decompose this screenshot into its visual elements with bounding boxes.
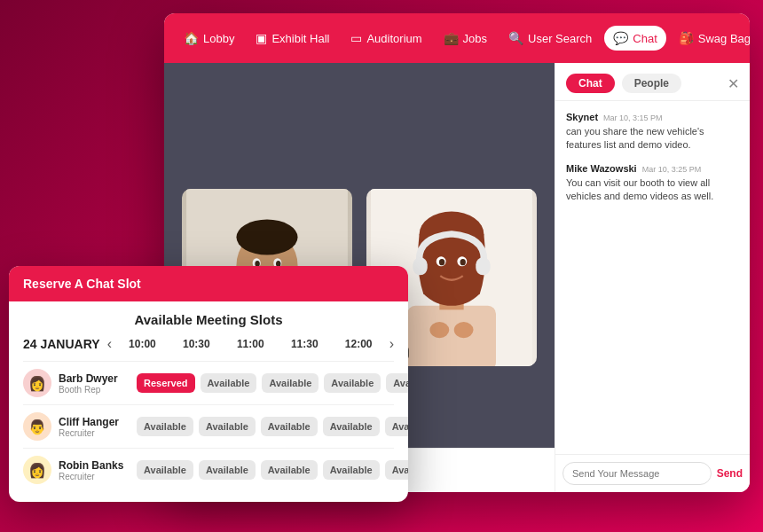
chat-panel-header: Chat People ✕	[555, 63, 750, 101]
avatar-robin: 👩	[23, 456, 51, 484]
svg-rect-21	[413, 257, 427, 275]
nav-bar: 🏠 Lobby ▣ Exhibit Hall ▭ Auditorium 💼 Jo…	[164, 13, 750, 63]
person-info-robin: Robin Banks Recruiter	[59, 459, 130, 481]
slot-cliff-1[interactable]: Available	[199, 417, 256, 436]
time-slot-headers: 10:00 10:30 11:00 11:30 12:00	[119, 338, 382, 350]
chat-icon: 💬	[613, 31, 628, 45]
slot-robin-0[interactable]: Available	[137, 460, 193, 480]
prev-arrow-button[interactable]: ‹	[107, 336, 112, 352]
person-info-cliff: Cliff Hanger Recruiter	[59, 416, 130, 438]
nav-item-swag-bag[interactable]: 🎒 Swag Bag	[670, 26, 750, 51]
slot-cliff-4[interactable]: Available	[385, 417, 408, 436]
slot-barb-1[interactable]: Available	[201, 373, 257, 393]
slot-robin-2[interactable]: Available	[261, 460, 318, 480]
slot-barb-3[interactable]: Available	[324, 373, 381, 393]
reserve-card: Reserve A Chat Slot Available Meeting Sl…	[9, 266, 408, 502]
slot-cliff-2[interactable]: Available	[261, 417, 318, 436]
time-3: 11:30	[285, 338, 324, 350]
chat-message-2: Mike Wazowski Mar 10, 3:25 PM You can vi…	[566, 163, 739, 204]
close-chat-button[interactable]: ✕	[728, 75, 739, 92]
slot-robin-1[interactable]: Available	[199, 460, 256, 480]
date-label: 24 JANUARY	[23, 337, 100, 351]
send-button[interactable]: Send	[717, 467, 743, 480]
chat-input-area: Send	[555, 454, 750, 492]
nav-item-lobby[interactable]: 🏠 Lobby	[175, 26, 243, 51]
slot-cliff-0[interactable]: Available	[137, 417, 193, 436]
svg-rect-17	[407, 306, 496, 366]
slot-barb-4[interactable]: Available	[386, 373, 408, 393]
person-row-0: 👩 Barb Dwyer Booth Rep Reserved Availabl…	[23, 361, 394, 404]
avatar-barb: 👩	[23, 369, 51, 397]
avatar-cliff: 👨	[23, 412, 51, 441]
people-tab[interactable]: People	[622, 74, 681, 93]
jobs-icon: 💼	[444, 31, 459, 45]
swag-bag-icon: 🎒	[679, 31, 694, 45]
slot-barb-0[interactable]: Reserved	[137, 373, 195, 393]
nav-item-exhibit-hall[interactable]: ▣ Exhibit Hall	[247, 26, 338, 51]
time-1: 10:30	[177, 338, 216, 350]
slots-title: Available Meeting Slots	[23, 312, 394, 327]
person-row-1: 👨 Cliff Hanger Recruiter Available Avail…	[23, 404, 394, 448]
search-icon: 🔍	[508, 31, 523, 45]
svg-point-28	[454, 322, 474, 338]
slot-buttons-robin: Available Available Available Available …	[137, 460, 408, 480]
next-arrow-button[interactable]: ›	[389, 336, 394, 352]
slot-robin-4[interactable]: Available	[385, 460, 408, 480]
nav-item-chat[interactable]: 💬 Chat	[604, 26, 665, 51]
person-info-barb: Barb Dwyer Booth Rep	[59, 372, 130, 395]
date-row: 24 JANUARY ‹ 10:00 10:30 11:00 11:30 12:…	[23, 336, 394, 352]
slot-buttons-barb: Reserved Available Available Available A…	[137, 373, 408, 393]
slot-barb-2[interactable]: Available	[262, 373, 319, 393]
nav-item-user-search[interactable]: 🔍 User Search	[499, 26, 601, 51]
time-0: 10:00	[122, 338, 161, 350]
reserve-card-body: Available Meeting Slots 24 JANUARY ‹ 10:…	[9, 301, 408, 502]
slot-robin-3[interactable]: Available	[323, 460, 380, 480]
chat-panel: Chat People ✕ Skynet Mar 10, 3:15 PM can…	[555, 63, 750, 492]
svg-point-26	[460, 259, 466, 265]
svg-point-25	[439, 259, 444, 265]
svg-point-8	[236, 220, 297, 255]
time-4: 12:00	[339, 338, 378, 350]
chat-messages: Skynet Mar 10, 3:15 PM can you share the…	[555, 101, 750, 454]
auditorium-icon: ▭	[350, 31, 362, 45]
home-icon: 🏠	[184, 31, 199, 45]
chat-message-1: Skynet Mar 10, 3:15 PM can you share the…	[566, 112, 739, 153]
nav-item-jobs[interactable]: 💼 Jobs	[435, 26, 496, 51]
svg-point-27	[429, 322, 449, 338]
slot-buttons-cliff: Available Available Available Available …	[137, 417, 408, 436]
svg-rect-22	[476, 257, 490, 275]
nav-item-auditorium[interactable]: ▭ Auditorium	[342, 26, 430, 51]
chat-tab[interactable]: Chat	[566, 74, 615, 93]
reserve-card-header: Reserve A Chat Slot	[9, 266, 408, 301]
person-row-2: 👩 Robin Banks Recruiter Available Availa…	[23, 448, 394, 491]
message-input[interactable]	[562, 462, 712, 485]
time-2: 11:00	[231, 338, 270, 350]
exhibit-icon: ▣	[256, 31, 267, 45]
slot-cliff-3[interactable]: Available	[323, 417, 380, 436]
